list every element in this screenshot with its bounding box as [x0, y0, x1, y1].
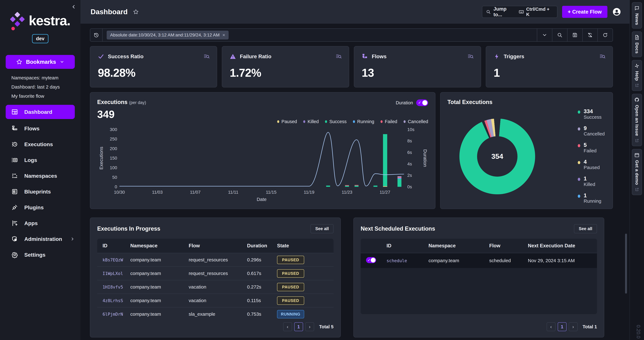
- warning-triangle-icon: [230, 53, 236, 60]
- list-search-icon[interactable]: [599, 53, 606, 60]
- filter-bar: Absolute date:10/30/24, 3:12 AM:and:11/2…: [90, 29, 613, 42]
- sidebar-item-label: Namespaces: [24, 173, 57, 179]
- running-dot-icon: [578, 195, 580, 198]
- legend-item-failed[interactable]: 5Failed: [578, 142, 605, 153]
- svg-text:2s: 2s: [407, 173, 412, 178]
- executions-clock-icon: [11, 141, 18, 148]
- filter-actions: [537, 29, 612, 41]
- page-number-button[interactable]: 1: [558, 322, 566, 331]
- svg-text:11/19: 11/19: [304, 190, 314, 195]
- stats-row: Success Ratio 98.28% Failure Ratio: [90, 46, 613, 88]
- legend-item-cancelled[interactable]: 9Cancelled: [578, 125, 605, 137]
- trigger-id[interactable]: schedule: [381, 258, 423, 263]
- sidebar-item-plugins[interactable]: Plugins: [0, 199, 80, 215]
- stat-card-success-ratio: Success Ratio 98.28%: [90, 46, 217, 88]
- date-filter-chip[interactable]: Absolute date:10/30/24, 3:12 AM:and:11/2…: [107, 31, 228, 40]
- sidebar-item-blueprints[interactable]: Blueprints: [0, 184, 80, 199]
- duration-toggle-label: Duration: [396, 100, 413, 105]
- table-row[interactable]: I1WpLXol company.team request_resources …: [97, 266, 334, 280]
- legend-item-failed[interactable]: Failed: [380, 119, 397, 124]
- legend-item-running[interactable]: Running: [353, 119, 374, 124]
- external-link-icon: [635, 83, 639, 88]
- help-slack-button[interactable]: Help: [632, 60, 642, 91]
- success-dot-icon: [325, 120, 327, 123]
- sidebar-item-logs[interactable]: Logs: [0, 152, 80, 168]
- check-icon: [98, 53, 104, 60]
- list-search-icon[interactable]: [336, 53, 342, 60]
- in-progress-title: Executions In Progress: [97, 225, 160, 232]
- favorite-page-star-button[interactable]: [133, 9, 139, 15]
- table-row[interactable]: 1HI8vfv5 company.team vacation 0.272s PA…: [97, 280, 334, 294]
- sidebar-item-executions[interactable]: Executions: [0, 136, 80, 152]
- filter-history-button[interactable]: [90, 29, 102, 41]
- execution-id-link[interactable]: 6lPjmDrN: [97, 312, 125, 317]
- legend-item-running[interactable]: 1Running: [578, 192, 605, 204]
- next-page-button[interactable]: ›: [305, 322, 314, 331]
- filter-search-button[interactable]: [552, 29, 567, 41]
- open-an-issue-button[interactable]: Open an Issue: [632, 94, 642, 146]
- status-badge: PAUSED: [277, 283, 304, 291]
- user-avatar[interactable]: [612, 7, 621, 17]
- filter-refresh-button[interactable]: [598, 29, 612, 41]
- filter-auto-refresh-off-button[interactable]: [582, 29, 598, 41]
- failed-dot-icon: [380, 120, 382, 123]
- svg-text:6s: 6s: [407, 150, 412, 155]
- jump-to-search-input[interactable]: Jump to... Ctrl/Cmd + K: [482, 6, 558, 18]
- execution-id-link[interactable]: kBs7EQzW: [97, 257, 125, 262]
- table-row[interactable]: kBs7EQzW company.team request_resources …: [97, 253, 334, 266]
- legend-item-paused[interactable]: Paused: [277, 119, 297, 124]
- svg-text:11/23: 11/23: [342, 190, 352, 195]
- create-flow-button[interactable]: + Create Flow: [562, 6, 608, 18]
- see-all-button[interactable]: See all: [574, 224, 597, 233]
- legend-item-killed[interactable]: Killed: [303, 119, 319, 124]
- filter-expand-button[interactable]: [537, 29, 552, 41]
- execution-id-link[interactable]: 1HI8vfv5: [97, 285, 125, 289]
- bookmark-link-my-favorite-flow[interactable]: My favorite flow: [0, 92, 80, 101]
- message-icon: [634, 6, 640, 11]
- plugins-plug-icon: [11, 204, 18, 211]
- scrollbar-thumb[interactable]: [625, 234, 627, 294]
- stat-card-failure-ratio: Failure Ratio 1.72%: [222, 46, 349, 88]
- sidebar-item-dashboard[interactable]: Dashboard: [6, 105, 75, 119]
- table-empty-space: [361, 268, 597, 314]
- duration-toggle[interactable]: ✓: [416, 99, 428, 106]
- legend-item-killed[interactable]: 1Killed: [578, 176, 605, 187]
- flows-tree-icon: [362, 53, 368, 60]
- filter-save-button[interactable]: [567, 29, 582, 41]
- bookmark-link-dashboard-last-2-days[interactable]: Dashboard: last 2 days: [0, 82, 80, 92]
- jump-to-placeholder: Jump to...: [494, 6, 516, 18]
- see-all-button[interactable]: See all: [310, 224, 334, 233]
- list-search-icon[interactable]: [204, 53, 210, 60]
- prev-page-button[interactable]: ‹: [547, 322, 556, 331]
- get-a-demo-button[interactable]: Get a demo: [632, 149, 642, 195]
- execution-id-link[interactable]: I1WpLXol: [97, 271, 125, 276]
- trigger-enabled-toggle[interactable]: ✓: [366, 257, 376, 263]
- next-page-button[interactable]: ›: [569, 322, 578, 331]
- legend-item-cancelled[interactable]: Cancelled: [404, 119, 428, 124]
- page-number-button[interactable]: 1: [294, 322, 303, 331]
- list-search-icon[interactable]: [468, 53, 474, 60]
- executions-total: 349: [97, 108, 428, 120]
- legend-item-paused[interactable]: 4Paused: [578, 159, 605, 170]
- sidebar-item-settings[interactable]: Settings: [0, 247, 80, 263]
- execution-id-link[interactable]: 4z8LrhsS: [97, 298, 125, 303]
- save-icon: [572, 32, 578, 38]
- sidebar-item-apps[interactable]: Apps: [0, 215, 80, 231]
- news-button[interactable]: News: [632, 2, 642, 29]
- prev-page-button[interactable]: ‹: [283, 322, 292, 331]
- svg-text:11/27: 11/27: [380, 190, 390, 195]
- sidebar-collapse-button[interactable]: [71, 5, 76, 9]
- table-row[interactable]: 6lPjmDrN company.team sla_example 0.753s…: [97, 307, 334, 321]
- bookmark-link-namespaces-myteam[interactable]: Namespaces: myteam: [0, 73, 80, 82]
- sidebar-item-namespaces[interactable]: Namespaces: [0, 168, 80, 184]
- legend-item-success[interactable]: Success: [325, 119, 346, 124]
- close-icon[interactable]: ×: [222, 32, 225, 38]
- sidebar-item-administration[interactable]: Administration: [0, 231, 80, 247]
- legend-item-success[interactable]: 334Success: [578, 108, 605, 120]
- docs-button[interactable]: Docs: [632, 32, 642, 57]
- bookmarks-button[interactable]: Bookmarks: [6, 55, 75, 69]
- table-row[interactable]: 4z8LrhsS company.team vacation 0.115s PA…: [97, 294, 334, 307]
- donut-center-total: 354: [491, 152, 503, 161]
- table-row[interactable]: ✓ schedule company.team scheduled Nov 29…: [361, 253, 597, 268]
- sidebar-item-flows[interactable]: Flows: [0, 121, 80, 136]
